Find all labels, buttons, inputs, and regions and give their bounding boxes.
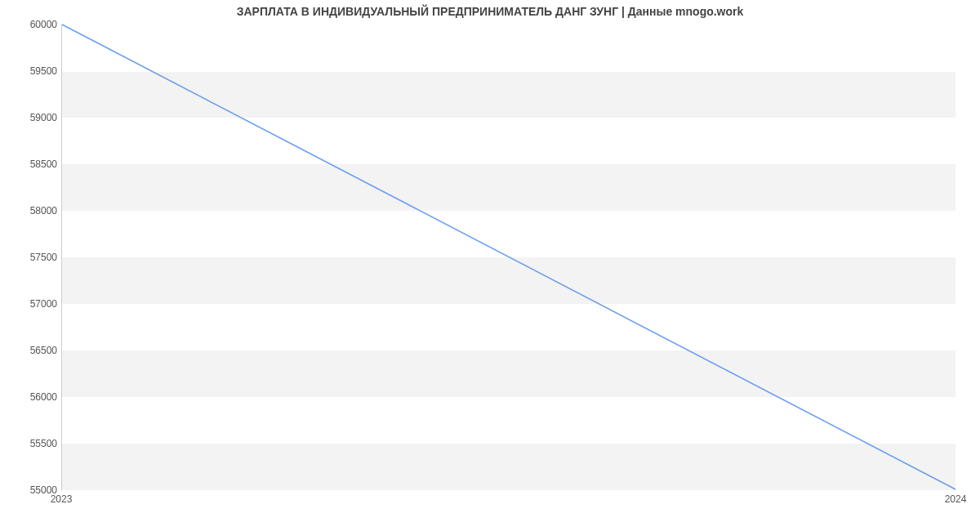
y-axis-tick: 59000 — [16, 112, 57, 123]
y-axis-tick: 57500 — [16, 252, 57, 263]
x-axis-tick: 2024 — [945, 493, 967, 505]
x-axis-tick: 2023 — [51, 493, 73, 505]
y-axis-tick: 58500 — [16, 158, 57, 170]
chart-title: ЗАРПЛАТА В ИНДИВИДУАЛЬНЫЙ ПРЕДПРИНИМАТЕЛ… — [0, 5, 980, 18]
y-axis-tick: 57000 — [16, 298, 57, 310]
grid-line — [62, 490, 956, 491]
chart-container: ЗАРПЛАТА В ИНДИВИДУАЛЬНЫЙ ПРЕДПРИНИМАТЕЛ… — [0, 0, 980, 531]
data-line — [62, 25, 956, 489]
plot-area — [61, 25, 956, 490]
line-series — [62, 25, 956, 489]
y-axis-tick: 59500 — [16, 65, 57, 77]
y-axis-tick: 56000 — [16, 391, 57, 403]
y-axis-tick: 58000 — [16, 205, 57, 216]
y-axis-tick: 55500 — [16, 438, 57, 449]
y-axis-tick: 60000 — [16, 19, 57, 30]
y-axis-tick: 56500 — [16, 345, 57, 356]
